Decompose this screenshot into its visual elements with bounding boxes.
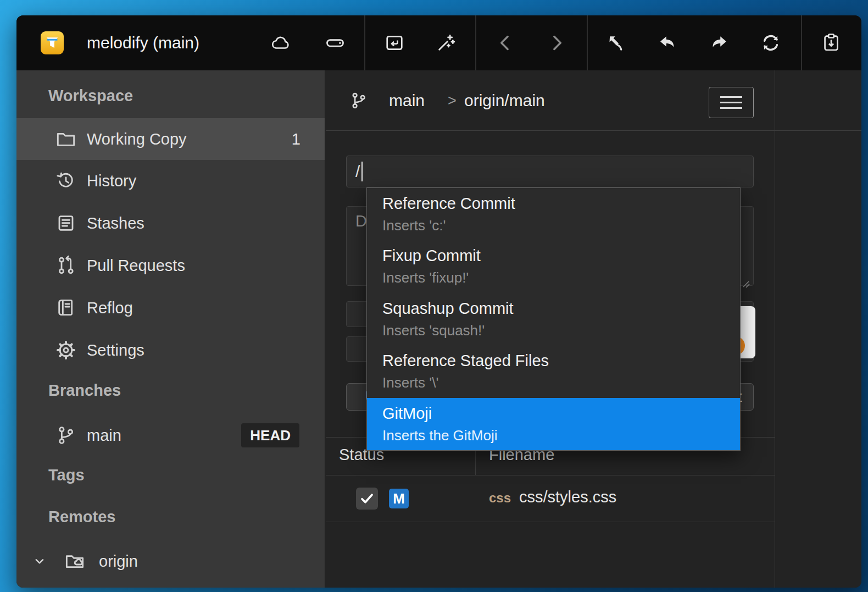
branch-icon [349,91,369,110]
forward-icon[interactable] [546,32,567,53]
app-window: melodify (main) [16,15,861,588]
sidebar-item-working-copy[interactable]: Working Copy 1 [16,118,325,160]
clipboard-icon[interactable] [821,32,842,53]
desktop: { "app": { "title": "melodify (main)" },… [0,0,868,592]
breadcrumb-upstream[interactable]: origin/main [464,70,545,131]
modified-status-badge: M [389,489,409,508]
autocomplete-item-title: Reference Commit [382,192,740,215]
autocomplete-item-subtitle: Inserts 'squash!' [382,320,740,341]
stage-checkbox[interactable] [356,488,378,510]
autocomplete-item-reference-staged-files[interactable]: Reference Staged Files Inserts '\' [367,345,740,397]
open-repo-icon[interactable] [384,32,405,53]
magic-wand-icon[interactable] [436,32,457,53]
autocomplete-item-reference-commit[interactable]: Reference Commit Inserts 'c:' [367,188,740,240]
sidebar-item-label: main [87,427,121,445]
sidebar-item-reflog[interactable]: Reflog [16,287,325,329]
toolbar-separator [801,15,802,70]
sync-icon[interactable] [760,32,781,53]
table-row[interactable]: M css css/styles.css [326,475,775,522]
file-type-tag: css [489,490,511,506]
sidebar-section-workspace: Workspace [48,87,133,105]
redo-icon[interactable] [709,32,730,53]
sidebar-item-stashes[interactable]: Stashes [16,202,325,244]
hamburger-icon [720,96,742,98]
sidebar-item-label: Working Copy [87,130,187,148]
sidebar-item-label: Pull Requests [87,257,185,275]
sidebar: Workspace Working Copy 1 History Stashes [16,70,325,588]
gear-icon [55,339,77,361]
drive-icon[interactable] [325,32,346,53]
reflog-icon [55,297,77,319]
autocomplete-item-fixup-commit[interactable]: Fixup Commit Inserts 'fixup!' [367,240,740,292]
autocomplete-item-gitmoji[interactable]: GitMoji Inserts the GitMoji [367,398,740,450]
resize-handle[interactable] [742,274,750,283]
sidebar-item-label: Reflog [87,299,133,317]
detail-pane [775,70,861,588]
folder-icon [55,128,77,150]
toolbar-separator [364,15,365,70]
sidebar-item-branch-main[interactable]: main HEAD [16,414,325,456]
file-name: css/styles.css [519,488,616,506]
main-area: main > origin/main / Description [326,70,861,588]
commit-input-value: / [355,162,360,181]
chevron-down-icon[interactable] [31,553,48,569]
head-badge: HEAD [241,423,299,447]
commit-menu-button[interactable] [709,87,754,118]
branch-icon [55,424,77,446]
sidebar-item-settings[interactable]: Settings [16,329,325,371]
pull-request-icon [55,254,77,276]
working-copy-count-badge: 1 [292,130,301,148]
remote-folder-icon [63,550,86,572]
autocomplete-dropdown: Reference Commit Inserts 'c:' Fixup Comm… [366,187,741,451]
sidebar-item-label: Stashes [87,214,144,233]
autocomplete-item-title: Reference Staged Files [382,349,740,372]
autocomplete-item-title: Squashup Commit [382,297,740,320]
autocomplete-item-squashup-commit[interactable]: Squashup Commit Inserts 'squash!' [367,293,740,345]
breadcrumb-branch[interactable]: main [389,70,425,131]
discard-icon[interactable] [606,32,627,53]
stashes-icon [55,212,77,234]
autocomplete-item-subtitle: Inserts '\' [382,372,740,393]
app-icon [41,31,64,54]
sidebar-section-remotes: Remotes [48,508,116,526]
text-caret [361,162,363,181]
check-icon [359,490,375,507]
sidebar-item-pull-requests[interactable]: Pull Requests [16,245,325,286]
toolbar-separator [587,15,588,70]
sidebar-item-label: origin [99,552,138,571]
sidebar-section-tags: Tags [48,466,85,484]
sidebar-item-history[interactable]: History [16,160,325,202]
detail-pane-topbar [775,70,861,131]
commit-summary-input[interactable]: / [346,156,754,187]
titlebar: melodify (main) [16,15,861,70]
history-icon [55,170,77,192]
sidebar-section-branches: Branches [48,381,121,400]
autocomplete-item-title: GitMoji [382,402,740,425]
cloud-icon[interactable] [270,32,291,53]
back-icon[interactable] [495,32,516,53]
sidebar-item-remote-origin[interactable]: origin [16,540,325,582]
autocomplete-item-subtitle: Inserts the GitMoji [382,425,740,446]
toolbar-separator [475,15,476,70]
commit-pane: main > origin/main / Description [326,70,775,588]
sidebar-item-label: History [87,172,136,190]
autocomplete-item-title: Fixup Commit [382,244,740,267]
branch-breadcrumb-bar: main > origin/main [326,70,775,131]
sidebar-item-label: Settings [87,341,144,359]
window-title: melodify (main) [87,15,199,70]
breadcrumb-separator: > [448,70,457,131]
undo-icon[interactable] [657,32,678,53]
autocomplete-item-subtitle: Inserts 'c:' [382,215,740,236]
autocomplete-item-subtitle: Inserts 'fixup!' [382,267,740,288]
